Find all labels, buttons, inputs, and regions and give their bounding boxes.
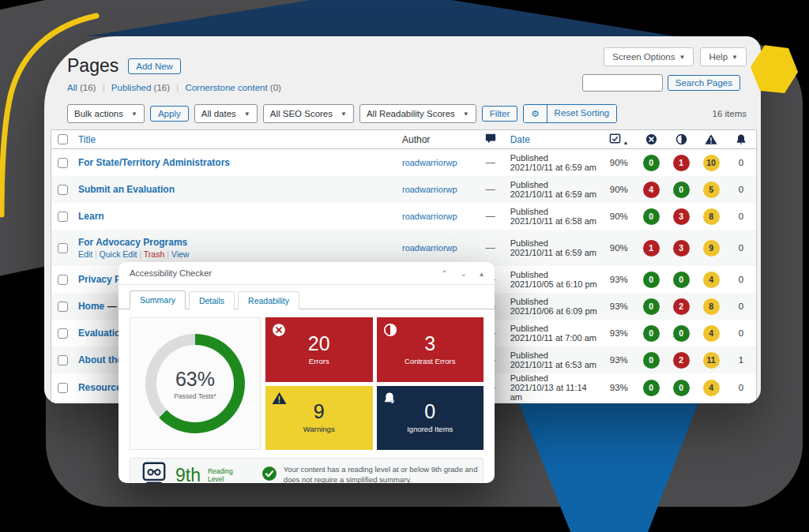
row-action-quick-edit[interactable]: Quick Edit bbox=[100, 249, 137, 259]
contrast-cell: 0 bbox=[666, 272, 696, 288]
page-title-link[interactable]: Home bbox=[78, 301, 104, 312]
row-checkbox[interactable] bbox=[58, 302, 68, 312]
errors-badge[interactable]: 0 bbox=[643, 325, 660, 342]
warnings-badge[interactable]: 4 bbox=[703, 380, 720, 396]
search-pages-button[interactable]: Search Pages bbox=[668, 75, 740, 91]
row-action-trash[interactable]: Trash bbox=[144, 249, 164, 259]
publish-date: 2021/10/11 at 6:59 am bbox=[510, 248, 599, 257]
errors-tile[interactable]: 20 Errors bbox=[265, 317, 373, 382]
author-link[interactable]: roadwarriorwp bbox=[402, 185, 457, 194]
search-input[interactable] bbox=[582, 74, 663, 92]
warnings-badge[interactable]: 8 bbox=[703, 208, 720, 225]
screen-options-label: Screen Options bbox=[612, 52, 675, 62]
errors-badge[interactable]: 0 bbox=[643, 298, 660, 315]
row-action-edit[interactable]: Edit bbox=[78, 249, 92, 259]
errors-column-header[interactable] bbox=[636, 133, 666, 145]
select-all-checkbox[interactable] bbox=[58, 134, 68, 144]
page-title-link[interactable]: Submit an Evaluation bbox=[78, 184, 175, 195]
row-checkbox[interactable] bbox=[58, 243, 68, 253]
row-checkbox[interactable] bbox=[58, 212, 68, 222]
errors-badge[interactable]: 0 bbox=[643, 272, 660, 288]
warnings-badge[interactable]: 4 bbox=[703, 272, 720, 288]
row-checkbox[interactable] bbox=[58, 383, 68, 393]
author-link[interactable]: roadwarriorwp bbox=[402, 243, 457, 253]
page-title-link[interactable]: Learn bbox=[78, 211, 104, 222]
warnings-badge[interactable]: 5 bbox=[703, 182, 720, 198]
contrast-badge[interactable]: 0 bbox=[673, 325, 690, 342]
contrast-column-header[interactable] bbox=[666, 133, 696, 145]
warnings-column-header[interactable] bbox=[696, 133, 726, 145]
apply-button[interactable]: Apply bbox=[150, 106, 189, 122]
row-checkbox[interactable] bbox=[58, 328, 68, 339]
row-action-view[interactable]: View bbox=[171, 249, 190, 259]
chevron-down-icon: ▼ bbox=[131, 111, 137, 118]
screen-options-button[interactable]: Screen Options ▼ bbox=[604, 47, 694, 66]
date-cell: Published2021/10/05 at 6:10 pm bbox=[507, 270, 602, 289]
view-link-cornerstone[interactable]: Cornerstone content bbox=[185, 83, 267, 92]
contrast-badge[interactable]: 3 bbox=[673, 208, 690, 225]
score-column-header[interactable]: ▲ bbox=[601, 133, 636, 147]
row-checkbox[interactable] bbox=[58, 185, 68, 195]
errors-cell: 1 bbox=[636, 240, 666, 257]
contrast-errors-tile[interactable]: 3 Contrast Errors bbox=[377, 317, 484, 382]
contrast-errors-count: 3 bbox=[424, 334, 435, 354]
comments-cell: — bbox=[474, 157, 507, 168]
author-link[interactable]: roadwarriorwp bbox=[402, 212, 457, 221]
sort-date-header[interactable]: Date bbox=[510, 134, 530, 145]
seo-score-value: 93% bbox=[610, 302, 628, 311]
readability-scores-select[interactable]: All Readability Scores ▼ bbox=[359, 104, 476, 123]
row-checkbox[interactable] bbox=[58, 275, 68, 285]
page-title-link[interactable]: For Advocacy Programs bbox=[78, 237, 187, 248]
errors-badge[interactable]: 0 bbox=[643, 380, 660, 396]
author-link[interactable]: roadwarriorwp bbox=[402, 158, 457, 167]
reading-level-icon bbox=[140, 462, 168, 483]
contrast-badge[interactable]: 0 bbox=[673, 380, 690, 396]
dates-select[interactable]: All dates ▼ bbox=[194, 104, 258, 123]
add-new-button[interactable]: Add New bbox=[128, 58, 181, 74]
tab-summary[interactable]: Summary bbox=[130, 290, 186, 309]
tab-readability[interactable]: Readability bbox=[238, 291, 299, 309]
contrast-badge[interactable]: 2 bbox=[673, 298, 690, 315]
contrast-badge[interactable]: 1 bbox=[673, 155, 690, 171]
warnings-badge[interactable]: 8 bbox=[703, 298, 720, 315]
sort-title-header[interactable]: Title bbox=[78, 134, 96, 145]
filter-button[interactable]: Filter bbox=[482, 106, 518, 122]
bulk-actions-select[interactable]: Bulk actions ▼ bbox=[67, 104, 145, 123]
contrast-cell: 2 bbox=[666, 352, 696, 369]
warnings-badge[interactable]: 10 bbox=[703, 155, 720, 171]
row-checkbox[interactable] bbox=[58, 355, 68, 365]
errors-badge[interactable]: 1 bbox=[643, 240, 660, 257]
ignored-items-tile[interactable]: 0 Ignored Items bbox=[377, 386, 484, 451]
view-link-all[interactable]: All bbox=[67, 83, 77, 92]
seo-scores-select[interactable]: All SEO Scores ▼ bbox=[263, 104, 354, 123]
warnings-badge[interactable]: 11 bbox=[703, 352, 720, 369]
errors-badge[interactable]: 0 bbox=[643, 208, 660, 225]
warnings-badge[interactable]: 4 bbox=[703, 325, 720, 342]
tab-details[interactable]: Details bbox=[189, 291, 235, 309]
page-title-link[interactable]: For State/Territory Administrators bbox=[78, 157, 230, 168]
contrast-badge[interactable]: 3 bbox=[673, 240, 690, 257]
contrast-badge[interactable]: 0 bbox=[673, 272, 690, 288]
date-cell: Published2021/10/11 at 6:59 am bbox=[507, 238, 602, 257]
row-checkbox[interactable] bbox=[58, 158, 68, 168]
errors-badge[interactable]: 4 bbox=[643, 182, 660, 198]
move-up-icon[interactable]: ⌃ bbox=[441, 269, 447, 278]
errors-badge[interactable]: 0 bbox=[643, 155, 660, 171]
help-button[interactable]: Help ▼ bbox=[700, 47, 747, 66]
errors-badge[interactable]: 0 bbox=[643, 352, 660, 369]
view-link-published[interactable]: Published bbox=[111, 83, 152, 92]
warnings-cell: 8 bbox=[696, 298, 726, 315]
contrast-badge[interactable]: 0 bbox=[673, 182, 690, 198]
contrast-cell: 1 bbox=[666, 155, 696, 171]
bell-icon bbox=[383, 392, 396, 405]
errors-cell: 0 bbox=[636, 208, 666, 225]
warnings-badge[interactable]: 9 bbox=[703, 240, 720, 257]
ignored-column-header[interactable] bbox=[726, 133, 756, 145]
warnings-cell: 5 bbox=[696, 182, 726, 198]
gear-icon[interactable]: ⚙ bbox=[524, 105, 546, 122]
contrast-badge[interactable]: 2 bbox=[673, 352, 690, 369]
reset-sorting-button[interactable]: Reset Sorting bbox=[547, 105, 617, 122]
toggle-panel-icon[interactable]: ▴ bbox=[480, 269, 484, 278]
move-down-icon[interactable]: ⌄ bbox=[461, 269, 467, 278]
warnings-tile[interactable]: 9 Warnings bbox=[265, 386, 373, 451]
